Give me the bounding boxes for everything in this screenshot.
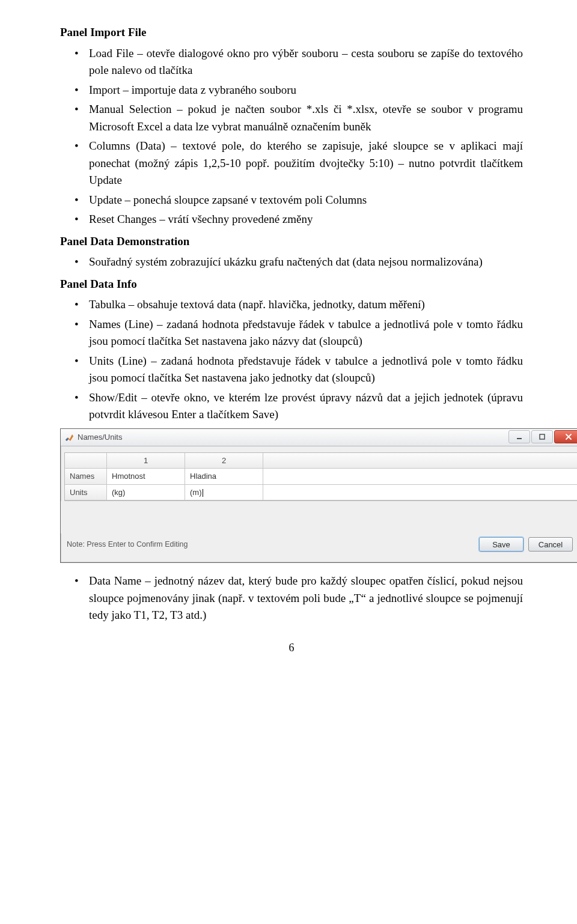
window-titlebar[interactable]: Names/Units: [61, 429, 577, 446]
col-header-1[interactable]: 1: [107, 453, 185, 469]
list-item: Columns (Data) – textové pole, do kteréh…: [60, 138, 523, 189]
list-item: Tabulka – obsahuje textová data (např. h…: [60, 296, 523, 314]
bullet-list: Data Name – jednotný název dat, který bu…: [60, 573, 523, 624]
section-title-import-file: Panel Import File: [60, 24, 523, 41]
cell-names-2[interactable]: Hladina: [185, 469, 263, 485]
list-item: Data Name – jednotný název dat, který bu…: [60, 573, 523, 624]
document-page: Panel Import File Load File – otevře dia…: [0, 0, 577, 674]
names-units-window: Names/Units 1 2: [60, 428, 577, 564]
names-units-table[interactable]: 1 2 Names Hmotnost Hladina Units (kg) (m…: [64, 452, 577, 502]
col-header-2[interactable]: 2: [185, 453, 263, 469]
cell-units-1[interactable]: (kg): [107, 485, 185, 501]
matlab-icon: [64, 433, 74, 442]
list-item: Manual Selection – pokud je načten soubo…: [60, 101, 523, 135]
bullet-list: Souřadný systém zobrazující ukázku grafu…: [60, 254, 523, 271]
svg-rect-0: [517, 438, 522, 439]
list-item: Souřadný systém zobrazující ukázku grafu…: [60, 254, 523, 271]
list-item: Show/Edit – otevře okno, ve kterém lze p…: [60, 389, 523, 424]
text-caret-icon: [203, 489, 203, 497]
row-header-names: Names: [65, 469, 107, 485]
list-item: Names (Line) – zadaná hodnota představuj…: [60, 316, 523, 350]
cell-units-2[interactable]: (m): [185, 485, 263, 501]
window-bottom-bar: Note: Press Enter to Confirm Editing Sav…: [61, 533, 577, 556]
window-body: 1 2 Names Hmotnost Hladina Units (kg) (m…: [61, 446, 577, 563]
list-item: Update – ponechá sloupce zapsané v texto…: [60, 192, 523, 209]
bullet-list: Tabulka – obsahuje textová data (např. h…: [60, 296, 523, 424]
minimize-button[interactable]: [508, 430, 530, 443]
list-item: Reset Changes – vrátí všechny provedené …: [60, 211, 523, 228]
list-item: Load File – otevře dialogové okno pro vý…: [60, 45, 523, 79]
section-title-data-info: Panel Data Info: [60, 276, 523, 293]
maximize-button[interactable]: [531, 430, 553, 443]
cancel-button[interactable]: Cancel: [528, 537, 573, 552]
editing-note-label: Note: Press Enter to Confirm Editing: [67, 539, 474, 550]
row-header-units: Units: [65, 485, 107, 501]
close-button[interactable]: [554, 430, 577, 443]
bullet-list: Load File – otevře dialogové okno pro vý…: [60, 45, 523, 228]
window-title: Names/Units: [78, 431, 508, 443]
save-button[interactable]: Save: [479, 537, 524, 552]
col-header-blank: [65, 453, 107, 469]
svg-rect-1: [540, 434, 545, 439]
list-item: Units (Line) – zadaná hodnota představuj…: [60, 353, 523, 387]
window-empty-area: [61, 501, 577, 533]
section-title-data-demonstration: Panel Data Demonstration: [60, 233, 523, 251]
list-item: Import – importuje data z vybraného soub…: [60, 82, 523, 99]
page-number: 6: [60, 640, 523, 656]
cell-names-1[interactable]: Hmotnost: [107, 469, 185, 485]
